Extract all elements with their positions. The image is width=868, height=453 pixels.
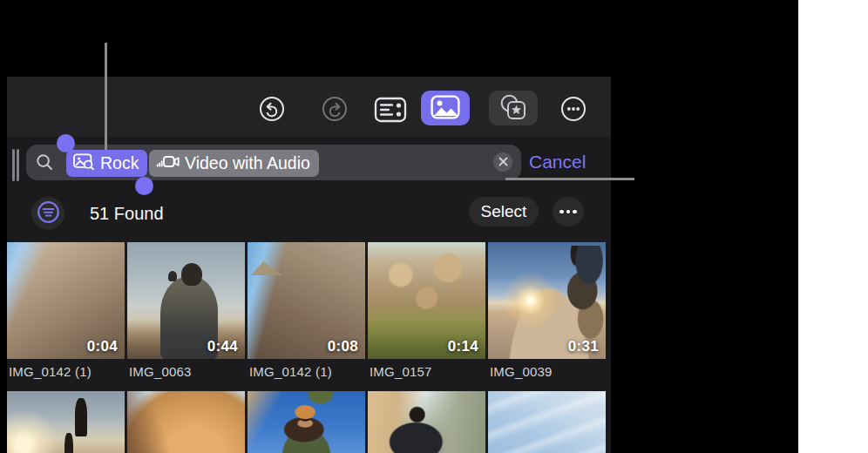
browser-list-button[interactable] — [373, 96, 408, 125]
clip-filename: IMG_0142 (1) — [9, 364, 92, 379]
clips-tab-button[interactable] — [489, 91, 538, 125]
select-button[interactable]: Select — [469, 197, 539, 226]
callout-line-vertical — [105, 43, 107, 150]
clip-filename: IMG_0142 (1) — [249, 364, 332, 379]
undo-button[interactable] — [259, 97, 285, 123]
toolbar-more-button[interactable] — [560, 97, 587, 123]
video-thumbnail[interactable]: 0:08 — [248, 242, 365, 359]
video-thumbnail[interactable] — [127, 391, 245, 453]
clear-search-button[interactable] — [493, 152, 512, 172]
video-thumbnail[interactable] — [7, 391, 125, 453]
clip-filename: IMG_0063 — [129, 364, 192, 379]
star-clip-icon — [498, 93, 528, 123]
duration-badge: 0:14 — [448, 338, 478, 355]
results-count: 51 Found — [90, 204, 164, 224]
results-more-button[interactable] — [553, 197, 584, 226]
undo-icon — [259, 96, 285, 125]
callout-dot-bottom — [135, 177, 153, 195]
duration-badge: 0:31 — [568, 338, 599, 355]
photo-icon — [431, 95, 460, 122]
page-background-strip — [798, 0, 868, 453]
token-label: Rock — [100, 153, 139, 173]
video-thumbnail[interactable]: 0:14 — [368, 242, 485, 359]
toolbar — [7, 77, 611, 137]
panel-drag-handle[interactable] — [12, 149, 21, 181]
ellipsis-icon — [560, 96, 587, 125]
video-thumbnail[interactable]: 0:04 — [7, 242, 125, 359]
media-browser-panel: Rock Video with Audio — [7, 77, 611, 453]
photos-tab-button[interactable] — [421, 91, 470, 125]
duration-badge: 0:44 — [207, 338, 238, 355]
video-thumbnail[interactable] — [488, 391, 606, 453]
search-icon — [36, 153, 54, 172]
screenshot-stage: Rock Video with Audio — [0, 0, 868, 453]
clip-filename: IMG_0039 — [490, 364, 553, 379]
token-label: Video with Audio — [185, 153, 310, 173]
list-browser-icon — [374, 96, 407, 126]
photo-search-icon — [73, 153, 95, 174]
video-thumbnail[interactable] — [248, 391, 365, 453]
search-token-rock[interactable]: Rock — [66, 150, 147, 177]
video-thumbnail[interactable] — [368, 391, 485, 453]
video-thumbnail[interactable]: 0:31 — [488, 242, 606, 359]
search-bar[interactable]: Rock Video with Audio — [26, 145, 521, 180]
duration-badge: 0:04 — [87, 338, 118, 355]
filter-button[interactable] — [31, 197, 64, 230]
search-token-video-with-audio[interactable]: Video with Audio — [149, 150, 319, 177]
filter-circle-icon — [37, 200, 60, 226]
redo-button[interactable] — [322, 97, 348, 123]
callout-line-horizontal — [505, 178, 634, 180]
video-thumbnail[interactable]: 0:44 — [127, 242, 245, 359]
video-audio-icon — [156, 153, 180, 173]
cancel-button[interactable]: Cancel — [529, 152, 586, 172]
x-clear-icon — [498, 156, 508, 169]
callout-dot-top — [57, 134, 75, 152]
duration-badge: 0:08 — [328, 338, 358, 355]
redo-icon — [322, 96, 348, 125]
clip-filename: IMG_0157 — [370, 364, 432, 379]
